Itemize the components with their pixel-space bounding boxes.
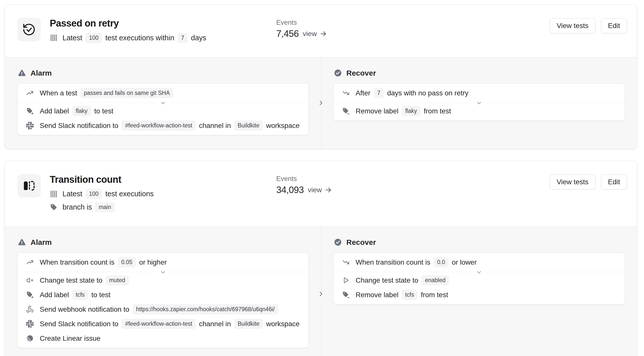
title-block: Passed on retry Latest100test executions… — [50, 18, 276, 43]
retry-check-icon — [22, 23, 36, 37]
chevron-down-icon — [473, 268, 485, 276]
monitor-icon-tile — [17, 174, 41, 198]
recover-box: After7days with no pass on retry Remove … — [333, 83, 625, 121]
value-badge: flaky — [72, 106, 91, 116]
value-badge: main — [95, 202, 115, 212]
header-actions: View tests Edit — [550, 174, 627, 190]
workflow-step-row: Send Slack notification to#feed-workflow… — [18, 317, 308, 331]
card-header: Transition count Latest100test execution… — [5, 161, 637, 226]
tag-minus-icon — [342, 107, 350, 115]
slack-icon — [26, 122, 34, 129]
transition-icon — [22, 179, 36, 193]
events-summary: Events 7,456 view — [276, 18, 327, 39]
trend-down-icon — [342, 89, 350, 97]
events-value-row: 7,456 view — [276, 29, 327, 39]
linear-icon — [26, 334, 34, 342]
tag-plus-icon — [26, 107, 34, 115]
workflow-step-row: Send webhook notification tohttps://hook… — [18, 302, 308, 317]
chevron-down-icon — [157, 99, 169, 107]
edit-button[interactable]: Edit — [601, 18, 627, 33]
trend-down-icon — [342, 258, 350, 266]
alarm-heading-label: Alarm — [30, 69, 52, 77]
step-text: or lower — [452, 258, 477, 266]
step-text: from test — [424, 107, 451, 115]
events-summary: Events 34,093 view — [276, 174, 332, 195]
step-text: When transition count is — [40, 258, 114, 266]
step-text: Send Slack notification to — [40, 320, 118, 328]
view-tests-button[interactable]: View tests — [550, 18, 596, 33]
step-text: workspace — [266, 122, 300, 130]
value-badge: #feed-workflow-action-test — [122, 319, 196, 329]
monitors-page: Passed on retry Latest100test executions… — [0, 0, 644, 356]
step-text: from test — [421, 291, 448, 299]
events-label: Events — [276, 19, 327, 27]
view-tests-button[interactable]: View tests — [550, 174, 596, 190]
value-badge: enabled — [422, 275, 449, 285]
step-text: Change test state to — [356, 276, 418, 284]
play-icon — [342, 276, 350, 284]
step-text: test executions within — [105, 34, 174, 42]
monitor-scope-row: Latest100test executions within7days — [50, 33, 276, 43]
monitor-card-transition-count: Transition count Latest100test execution… — [4, 161, 637, 356]
recover-heading: Recover — [334, 238, 625, 247]
alarm-heading: Alarm — [18, 69, 309, 77]
warning-triangle-icon — [18, 69, 26, 77]
tag-plus-icon — [26, 291, 34, 299]
view-events-link[interactable]: view — [308, 186, 332, 194]
value-badge: 0.0 — [434, 257, 448, 267]
view-link-label: view — [308, 186, 322, 194]
recover-box: When transition count is0.0or lower Chan… — [333, 253, 625, 304]
alarm-box: When a testpasses and fails on same git … — [17, 83, 309, 135]
webhook-icon — [26, 305, 34, 313]
step-text: days — [191, 34, 206, 42]
value-badge: https://hooks.zapier.com/hooks/catch/697… — [132, 304, 278, 314]
step-text: Remove label — [356, 291, 398, 299]
step-text: Send webhook notification to — [40, 305, 129, 313]
step-text: to test — [94, 107, 113, 115]
step-text: branch is — [62, 203, 92, 211]
tag-minus-icon — [342, 291, 350, 299]
step-text: Add label — [40, 107, 69, 115]
value-badge: muted — [106, 275, 129, 285]
events-label: Events — [276, 175, 332, 183]
step-text: or higher — [139, 258, 167, 266]
workflow-step-row: Remove labeltcfsfrom test — [334, 288, 625, 302]
slack-icon — [26, 320, 34, 328]
monitor-card-passed-on-retry: Passed on retry Latest100test executions… — [4, 5, 637, 149]
alarm-panel: Alarm When transition count is0.05or hig… — [5, 227, 321, 356]
chevron-down-icon — [473, 99, 485, 107]
events-count: 7,456 — [276, 29, 299, 39]
recover-heading: Recover — [334, 69, 625, 77]
monitor-filter-row: branch ismain — [50, 202, 276, 212]
recover-panel: Recover After7days with no pass on retry… — [321, 57, 637, 149]
title-block: Transition count Latest100test execution… — [50, 174, 276, 212]
monitor-icon-tile — [17, 18, 41, 41]
step-text: Latest — [62, 190, 82, 198]
alarm-steps: Add labelflakyto test Send Slack notific… — [18, 103, 308, 135]
step-text: Add label — [40, 291, 69, 299]
value-badge: tcfs — [402, 290, 418, 300]
step-text: test executions — [105, 190, 154, 198]
value-badge: 100 — [86, 33, 102, 43]
step-text: days with no pass on retry — [387, 89, 468, 97]
mute-icon — [26, 276, 34, 284]
view-events-link[interactable]: view — [303, 30, 327, 38]
monitor-scope-row: Latest100test executions — [50, 189, 276, 199]
alarm-panel: Alarm When a testpasses and fails on sam… — [5, 57, 321, 149]
workflow-step-row: Add labeltcfsto test — [18, 288, 308, 302]
value-badge: 100 — [86, 189, 102, 199]
recover-panel: Recover When transition count is0.0or lo… — [321, 227, 637, 356]
recover-steps: Remove labelflakyfrom test — [334, 103, 625, 120]
edit-button[interactable]: Edit — [601, 174, 627, 190]
value-badge: Buildkite — [234, 319, 263, 329]
step-text: Create Linear issue — [40, 334, 100, 342]
warning-triangle-icon — [18, 238, 26, 246]
value-badge: 7 — [178, 33, 188, 43]
step-text: to test — [92, 291, 110, 299]
value-badge: flaky — [402, 106, 420, 116]
value-badge: 0.05 — [118, 257, 136, 267]
step-text: Send Slack notification to — [40, 122, 118, 130]
workflow-step-row: Create Linear issue — [18, 331, 308, 346]
check-circle-icon — [334, 238, 342, 246]
recover-steps: Change test state toenabled Remove label… — [334, 272, 625, 304]
